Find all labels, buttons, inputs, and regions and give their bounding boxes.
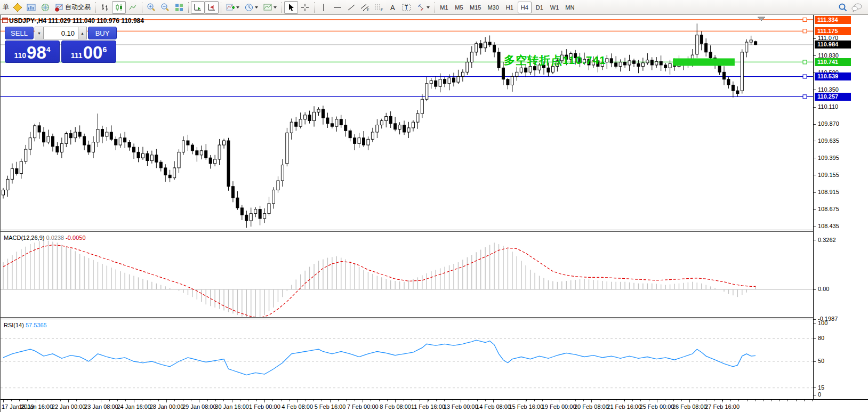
fibonacci-tool[interactable]: F: [372, 1, 386, 14]
rsi-tick-label: 80: [818, 335, 824, 341]
vertical-line-tool[interactable]: [317, 1, 331, 14]
bar-chart-button[interactable]: [98, 1, 112, 14]
rsi-tick-label: 0: [818, 391, 821, 398]
volume-decrease-button[interactable]: ▼: [35, 27, 44, 39]
chart-system-icon[interactable]: [2, 18, 8, 23]
candlestick-chart-button[interactable]: [112, 1, 126, 14]
time-minor-tick: [510, 400, 510, 401]
new-order-icon[interactable]: [11, 1, 25, 14]
time-minor-tick: [804, 400, 805, 401]
globe-icon: [41, 3, 50, 12]
toolbar-grip: [188, 2, 189, 13]
periods-button[interactable]: [242, 1, 261, 14]
time-minor-tick: [52, 400, 52, 401]
auto-scroll-button[interactable]: [191, 1, 205, 14]
green-zone-rect[interactable]: [673, 58, 735, 66]
buy-price-tile[interactable]: 111 00 6: [61, 41, 116, 63]
search-button[interactable]: [836, 1, 850, 14]
tag-icon: [13, 3, 22, 12]
crosshair-button[interactable]: [298, 1, 312, 14]
time-axis[interactable]: 17 Jan 201918 Jan 16:0022 Jan 00:0023 Ja…: [1, 399, 868, 412]
rsi-pane[interactable]: [1, 319, 813, 399]
time-minor-tick: [314, 400, 314, 401]
time-minor-tick: [575, 400, 576, 401]
order-text-fragment[interactable]: 单: [1, 3, 11, 12]
macd-tick-label: 0.00: [818, 286, 829, 292]
tf-H1[interactable]: H1: [503, 2, 517, 13]
axis-tick: [814, 124, 816, 125]
trendline-tool[interactable]: [344, 1, 358, 14]
volume-input[interactable]: [44, 27, 78, 39]
time-minor-tick: [117, 400, 118, 401]
cursor-button[interactable]: [284, 1, 298, 14]
axis-tick: [814, 227, 816, 227]
tile-windows-button[interactable]: [172, 1, 186, 14]
navigator-icon[interactable]: [38, 1, 52, 14]
time-major-tick: [264, 400, 265, 402]
chart-shift-button[interactable]: [205, 1, 219, 14]
time-major-tick: [591, 400, 592, 402]
line-handle[interactable]: [803, 95, 807, 99]
tf-MN[interactable]: MN: [562, 2, 577, 13]
time-label: 20 Feb 08:00: [574, 403, 609, 410]
line-chart-button[interactable]: [126, 1, 140, 14]
axis-tick: [814, 90, 816, 90]
turning-point-annotation[interactable]: 多空转折点110.741: [504, 53, 606, 68]
autotrade-button[interactable]: 自动交易: [52, 1, 93, 14]
tf-W1[interactable]: W1: [548, 2, 562, 13]
main-chart-canvas[interactable]: [1, 15, 813, 230]
tf-D1[interactable]: D1: [533, 2, 546, 13]
time-minor-tick: [436, 400, 437, 401]
axis-tick: [814, 192, 816, 193]
time-label: 30 Jan 16:00: [215, 403, 249, 410]
main-price-pane[interactable]: [1, 15, 813, 230]
community-chat-button[interactable]: [850, 1, 864, 14]
time-minor-tick: [223, 400, 224, 401]
toolbar-grip: [95, 2, 96, 13]
time-minor-tick: [477, 400, 478, 401]
time-minor-tick: [469, 400, 469, 401]
volume-increase-button[interactable]: ▲: [78, 27, 87, 39]
market-watch-icon[interactable]: [25, 1, 38, 14]
macd-pane[interactable]: [1, 232, 813, 317]
sell-button[interactable]: SELL: [5, 27, 34, 39]
crosshair-icon: [301, 3, 309, 12]
arrows-tool[interactable]: [414, 1, 432, 14]
macd-main-value: 0.0238: [46, 235, 64, 241]
line-handle[interactable]: [803, 18, 807, 22]
line-handle[interactable]: [803, 60, 807, 64]
tf-M15[interactable]: M15: [467, 2, 484, 13]
tf-M5[interactable]: M5: [452, 2, 466, 13]
autotrade-label: 自动交易: [65, 3, 91, 12]
indicators-button[interactable]: [223, 1, 242, 14]
rsi-canvas[interactable]: [1, 319, 813, 399]
text-label-tool[interactable]: T: [400, 1, 414, 14]
time-minor-tick: [698, 400, 698, 401]
time-minor-tick: [183, 400, 183, 401]
chart-shift-marker[interactable]: [758, 17, 765, 21]
price-axis[interactable]: 111.070110.830110.590110.350110.110109.8…: [813, 15, 868, 399]
price-line-badge: 110.257: [815, 93, 851, 101]
horizontal-line-tool[interactable]: [331, 1, 344, 14]
axis-tick: [814, 107, 816, 108]
time-minor-tick: [624, 400, 625, 401]
line-handle[interactable]: [803, 29, 807, 33]
time-minor-tick: [207, 400, 208, 401]
zoom-out-button[interactable]: [158, 1, 172, 14]
text-tool[interactable]: A: [386, 1, 400, 14]
buy-button[interactable]: BUY: [88, 27, 117, 39]
line-handle[interactable]: [803, 75, 807, 78]
sell-price-tile[interactable]: 110 98 4: [5, 41, 60, 63]
price-tick-label: 109.635: [818, 138, 839, 144]
time-minor-tick: [722, 400, 723, 401]
price-line-badge: 110.984: [815, 41, 851, 49]
macd-canvas[interactable]: [1, 232, 813, 317]
time-minor-tick: [379, 400, 380, 401]
tf-M30[interactable]: M30: [485, 2, 501, 13]
zoom-in-button[interactable]: [144, 1, 158, 14]
chart-shift-icon: [207, 3, 216, 12]
equidistant-channel-tool[interactable]: E: [358, 1, 372, 14]
tf-M1[interactable]: M1: [437, 2, 451, 13]
templates-button[interactable]: [261, 1, 279, 14]
tf-H4[interactable]: H4: [518, 2, 532, 13]
